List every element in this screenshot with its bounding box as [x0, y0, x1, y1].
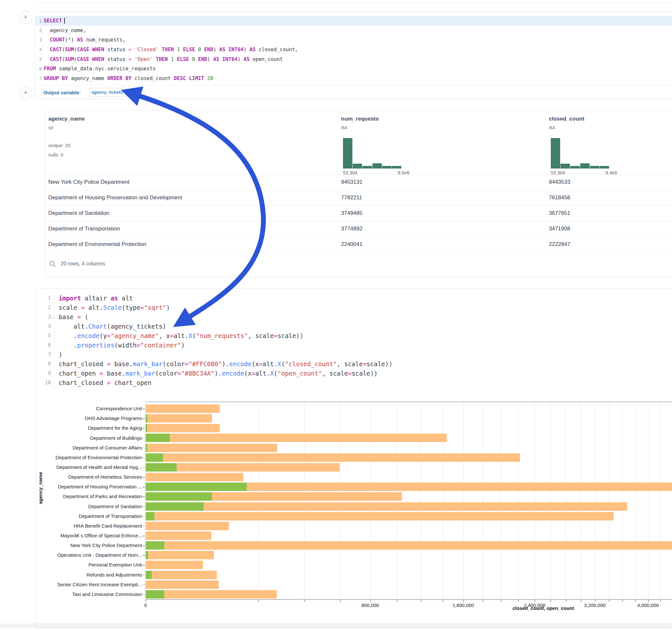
- histogram-bin: [392, 166, 401, 169]
- table-cell[interactable]: 3677651: [549, 210, 570, 217]
- column-type: i64: [549, 125, 555, 130]
- python-code-cell[interactable]: 1import altair as alt2scale = alt.Scale(…: [35, 288, 672, 624]
- table-cell[interactable]: 9443533: [549, 179, 570, 185]
- y-axis-label: Mayorâ€ s Office of Special Enforce...: [36, 533, 142, 538]
- bar-closed-count: [146, 571, 217, 579]
- code-line[interactable]: 6FROM sample_data.nyc.service_requests: [35, 64, 672, 74]
- line-number: 6: [35, 66, 42, 71]
- sql-code-cell[interactable]: 1⌄SELECT2 agency_name,3 COUNT(*) AS num_…: [35, 11, 672, 99]
- row-divider: [45, 252, 672, 252]
- column-header[interactable]: num_requests: [341, 116, 379, 122]
- search-icon[interactable]: [49, 260, 56, 267]
- gridline: [340, 404, 340, 599]
- code-text: agency_name,: [42, 28, 86, 33]
- table-cell[interactable]: 3774892: [341, 225, 362, 232]
- code-line[interactable]: 7GROUP BY agency_name ORDER BY closed_co…: [35, 74, 672, 83]
- bar-open-count: [146, 434, 170, 442]
- gridline: [566, 404, 566, 599]
- histogram-bin: [600, 166, 609, 169]
- code-line[interactable]: 5 CAST(SUM(CASE WHEN status = 'Open' THE…: [35, 54, 672, 64]
- x-axis-tick: [660, 600, 661, 602]
- x-axis-tick: [463, 600, 464, 602]
- column-type: i64: [341, 125, 347, 130]
- y-axis-tick: [143, 565, 145, 565]
- bar-open-count: [146, 541, 164, 550]
- bar-closed-count: [146, 532, 211, 540]
- y-axis-label: Department of Sanitation: [36, 504, 142, 509]
- code-line[interactable]: 1⌄SELECT: [35, 16, 672, 26]
- x-axis-tick-label: 1,600,000: [453, 602, 474, 608]
- table-cell[interactable]: 2222847: [549, 241, 570, 248]
- code-text: CAST(SUM(CASE WHEN status = 'Open' THEN …: [42, 56, 283, 62]
- gridline: [501, 404, 501, 599]
- bar-closed-count: [146, 561, 203, 569]
- table-cell[interactable]: Department of Sanitation: [48, 210, 109, 217]
- table-cell[interactable]: Department of Transportation: [48, 225, 120, 232]
- bar-closed-count: [146, 405, 220, 413]
- row-divider: [45, 174, 672, 175]
- x-axis-tick: [622, 600, 623, 602]
- table-cell[interactable]: 2240041: [341, 241, 362, 248]
- y-axis-label: Department for the Aging: [36, 425, 142, 431]
- add-cell-button-top[interactable]: +: [19, 11, 32, 24]
- x-axis-tick: [146, 600, 146, 602]
- table-cell[interactable]: Department of Environmental Protection: [48, 241, 146, 248]
- x-axis-tick: [483, 600, 483, 602]
- line-number: 2: [35, 28, 42, 33]
- histogram-bin: [373, 163, 382, 169]
- code-line[interactable]: 4 CAST(SUM(CASE WHEN status = 'Closed' T…: [35, 45, 672, 54]
- table-cell[interactable]: 3749485: [341, 210, 362, 217]
- table-cell[interactable]: New York City Police Department: [48, 179, 129, 185]
- code-line[interactable]: 3 COUNT(*) AS num_requests,: [35, 35, 672, 45]
- add-cell-button-output[interactable]: +: [19, 87, 32, 99]
- x-axis-tick: [595, 600, 596, 602]
- table-cell[interactable]: 9453131: [341, 179, 362, 185]
- histogram-bin: [353, 164, 362, 169]
- preview-row-count: 20 rows, 4 columns: [61, 261, 105, 267]
- row-divider: [45, 221, 672, 221]
- table-cell[interactable]: Department of Housing Preservation and D…: [48, 194, 182, 201]
- line-number: 5: [35, 57, 42, 62]
- gridline: [518, 404, 518, 599]
- table-cell[interactable]: 3471908: [549, 225, 570, 232]
- y-axis-tick: [143, 555, 145, 556]
- line-number: 1: [35, 18, 42, 23]
- y-axis-label: Department of Health and Mental Hyg...: [36, 464, 142, 470]
- column-histogram: [343, 138, 401, 169]
- chart-scrollbar[interactable]: [146, 401, 672, 403]
- column-header[interactable]: agency_name: [48, 116, 85, 122]
- bar-closed-count: [146, 522, 229, 530]
- y-axis-tick: [143, 448, 145, 449]
- sql-code-editor[interactable]: 1⌄SELECT2 agency_name,3 COUNT(*) AS num_…: [35, 16, 672, 83]
- gridline: [258, 404, 258, 599]
- output-variable-label: Output variable:: [44, 90, 81, 95]
- bar-open-count: [146, 512, 154, 520]
- gridline: [609, 404, 609, 599]
- text-caret: [64, 18, 65, 24]
- gridline: [397, 404, 397, 599]
- table-cell[interactable]: 7782211: [341, 194, 362, 201]
- y-axis-tick: [143, 438, 145, 439]
- bar-closed-count: [146, 434, 447, 442]
- y-axis-label: HRA Benefit Card Replacement: [36, 523, 142, 529]
- histogram-bin: [560, 164, 570, 169]
- code-line[interactable]: 2 agency_name,: [35, 26, 672, 35]
- histogram-bin: [382, 166, 391, 169]
- row-divider: [45, 237, 672, 237]
- column-histogram: [551, 138, 609, 169]
- x-axis-tick-label: 4,000,000: [637, 602, 659, 608]
- column-stat: unique: 20: [48, 143, 70, 148]
- bar-closed-count: [146, 414, 212, 422]
- chart-y-axis-title: agency_name: [38, 494, 43, 504]
- row-divider: [45, 190, 672, 190]
- y-axis-label: Taxi and Limousine Commission: [36, 591, 142, 597]
- histogram-bin: [570, 166, 580, 169]
- column-header[interactable]: closed_count: [549, 116, 584, 122]
- table-cell[interactable]: 7618456: [549, 194, 570, 201]
- x-axis-tick: [397, 600, 398, 602]
- x-axis-tick-label: 3,200,000: [584, 602, 606, 608]
- output-variable-chip[interactable]: agency_tickets: [89, 88, 127, 97]
- y-axis-label: Personal Exemption Unit: [36, 562, 142, 567]
- y-axis-label: Department of Transportation: [36, 513, 142, 519]
- y-axis-label: Department of Consumer Affairs: [36, 445, 142, 451]
